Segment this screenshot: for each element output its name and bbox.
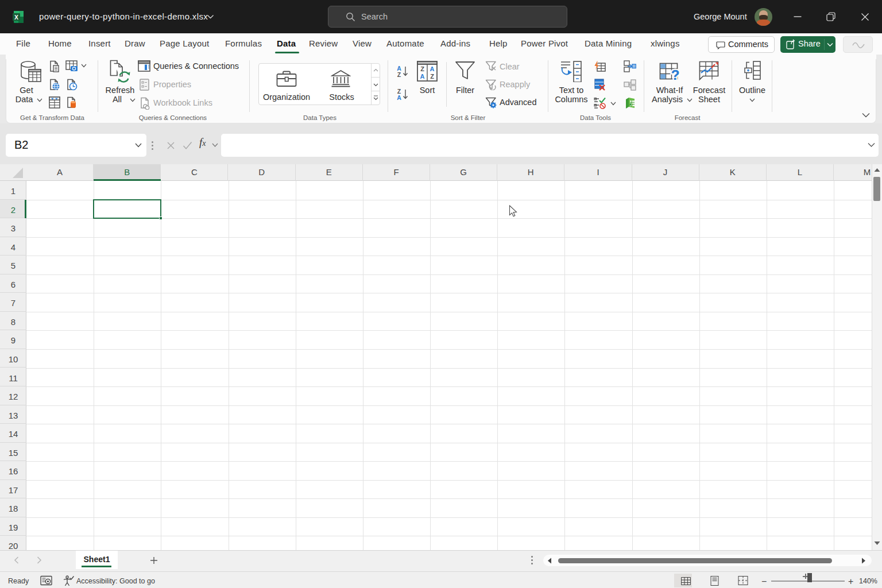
- svg-text:Z: Z: [397, 71, 401, 78]
- svg-text:?: ?: [671, 67, 680, 83]
- svg-text:X: X: [14, 14, 18, 21]
- svg-text:J: J: [630, 103, 632, 106]
- svg-text:A: A: [430, 65, 435, 72]
- svg-text:Z: Z: [430, 73, 434, 80]
- svg-text:Z: Z: [420, 65, 424, 72]
- svg-text:A: A: [420, 73, 425, 80]
- svg-text:A: A: [397, 94, 401, 101]
